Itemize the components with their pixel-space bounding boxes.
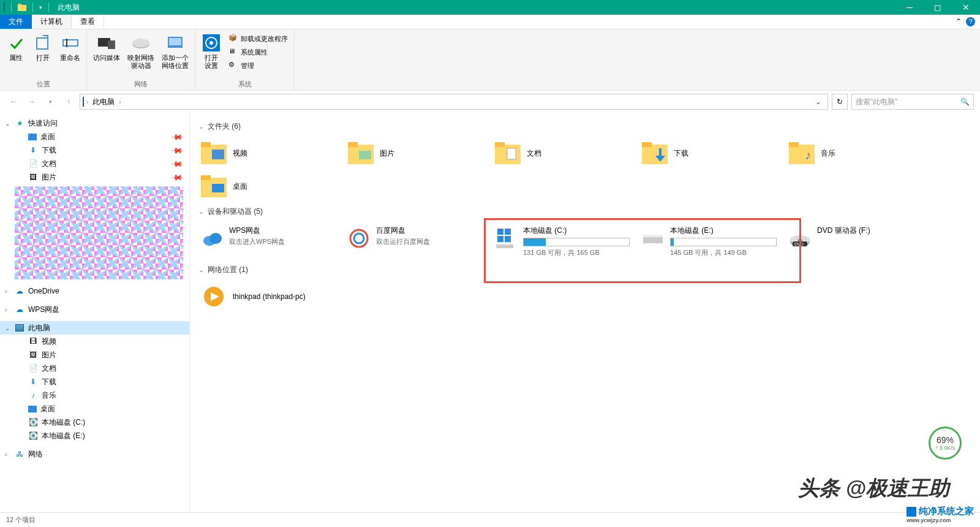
svg-text:DVD: DVD xyxy=(794,242,804,246)
sidebar-item-documents[interactable]: 📄文档📌 xyxy=(0,157,189,170)
sidebar-item-downloads[interactable]: ⬇下载📌 xyxy=(0,143,189,157)
drive-wps[interactable]: WPS网盘双击进入WPS网盘 xyxy=(195,222,342,261)
open-button[interactable]: 打开 xyxy=(31,32,55,80)
map-drive-button[interactable]: 映射网络 驱动器 xyxy=(125,32,157,80)
sidebar-item-music[interactable]: ♪音乐 xyxy=(0,389,189,402)
sidebar-item-videos[interactable]: 🎞视频 xyxy=(0,335,189,348)
tab-view[interactable]: 查看 xyxy=(72,15,104,29)
chevron-down-icon: ⌄ xyxy=(198,208,204,216)
access-media-button[interactable]: 访问媒体 xyxy=(91,32,123,80)
svg-point-32 xyxy=(209,233,222,244)
manage-button[interactable]: ⚙管理 xyxy=(226,59,290,72)
svg-rect-22 xyxy=(507,148,516,159)
svg-rect-39 xyxy=(496,245,513,248)
tab-file[interactable]: 文件 xyxy=(0,15,32,29)
drive-icon xyxy=(642,226,664,251)
sidebar-item-disk-c[interactable]: 💽本地磁盘 (C:) xyxy=(0,415,189,429)
dropdown-icon[interactable]: ▾ xyxy=(39,4,42,10)
chevron-right-icon: › xyxy=(5,288,7,295)
sidebar-item-pictures2[interactable]: 🖼图片 xyxy=(0,348,189,362)
sidebar-item-onedrive[interactable]: ›☁OneDrive xyxy=(0,284,189,298)
pin-icon: 📌 xyxy=(170,143,184,157)
folder-icon xyxy=(18,4,26,11)
windows-drive-icon xyxy=(495,226,517,251)
back-button[interactable]: ← xyxy=(6,94,21,109)
svg-rect-2 xyxy=(37,38,48,49)
drive-e[interactable]: 本地磁盘 (E:)145 GB 可用，共 149 GB xyxy=(636,222,783,261)
forward-button[interactable]: → xyxy=(24,94,39,109)
svg-point-8 xyxy=(132,39,149,47)
chevron-down-icon: ⌄ xyxy=(198,123,204,131)
content-pane: ⌄文件夹 (6) 视频 图片 文档 下载 ♪音乐 桌面 ⌄设备和驱动器 (5) … xyxy=(190,113,980,512)
group-network-locations[interactable]: ⌄网络位置 (1) xyxy=(198,265,971,275)
window-title: 此电脑 xyxy=(58,2,80,13)
minimize-button[interactable]: ─ xyxy=(895,0,924,15)
cloud-icon xyxy=(201,226,223,251)
collapse-ribbon-icon[interactable]: ⌃ xyxy=(956,17,962,26)
ribbon-group-network: 网络 xyxy=(134,80,148,89)
svg-rect-19 xyxy=(359,151,371,159)
folder-videos[interactable]: 视频 xyxy=(195,137,342,170)
folder-documents[interactable]: 文档 xyxy=(489,137,636,170)
search-input[interactable]: 搜索"此电脑" 🔍 xyxy=(851,94,974,110)
svg-rect-29 xyxy=(201,175,211,180)
chevron-right-icon[interactable]: › xyxy=(119,99,121,105)
svg-point-33 xyxy=(350,230,368,247)
chevron-right-icon[interactable]: › xyxy=(86,99,88,105)
svg-point-44 xyxy=(797,239,802,241)
svg-point-13 xyxy=(209,41,213,45)
uninstall-button[interactable]: 📦卸载或更改程序 xyxy=(226,32,290,45)
sidebar-item-pictures[interactable]: 🖼图片📌 xyxy=(0,170,189,184)
drive-dvd[interactable]: DVD DVD 驱动器 (F:) xyxy=(783,222,930,261)
help-icon[interactable]: ? xyxy=(966,17,975,26)
properties-button[interactable]: 属性 xyxy=(4,32,28,80)
drive-baidu[interactable]: 百度网盘双击运行百度网盘 xyxy=(342,222,489,261)
sidebar-item-wps[interactable]: ›☁WPS网盘 xyxy=(0,303,189,316)
recent-dropdown[interactable]: ▾ xyxy=(43,94,58,109)
system-properties-button[interactable]: 🖥系统属性 xyxy=(226,45,290,59)
svg-rect-3 xyxy=(63,40,78,46)
drive-c[interactable]: 本地磁盘 (C:)131 GB 可用，共 165 GB xyxy=(489,222,636,261)
chevron-down-icon: ⌄ xyxy=(5,120,10,127)
sidebar-item-downloads2[interactable]: ⬇下载 xyxy=(0,375,189,389)
add-network-location-button[interactable]: 添加一个 网络位置 xyxy=(159,32,191,80)
folder-downloads[interactable]: 下载 xyxy=(636,137,783,170)
sidebar-item-desktop[interactable]: 桌面📌 xyxy=(0,130,189,143)
svg-rect-16 xyxy=(212,150,224,159)
tab-computer[interactable]: 计算机 xyxy=(32,15,72,29)
ribbon-group-system: 系统 xyxy=(238,80,252,89)
rename-button[interactable]: 重命名 xyxy=(58,32,83,80)
svg-rect-18 xyxy=(348,142,358,147)
sidebar-item-disk-e[interactable]: 💽本地磁盘 (E:) xyxy=(0,429,189,442)
chevron-right-icon: › xyxy=(5,451,7,458)
group-devices[interactable]: ⌄设备和驱动器 (5) xyxy=(198,207,971,217)
svg-rect-38 xyxy=(505,236,511,242)
search-icon: 🔍 xyxy=(960,97,970,106)
folder-music[interactable]: ♪音乐 xyxy=(783,137,930,170)
sidebar-item-quick-access[interactable]: ⌄★快速访问 xyxy=(0,116,189,130)
svg-rect-15 xyxy=(201,142,211,147)
svg-rect-36 xyxy=(505,229,511,235)
speed-badge[interactable]: 69% ↑ 3.9K/s xyxy=(929,427,962,460)
dvd-icon: DVD xyxy=(789,226,811,251)
open-settings-button[interactable]: 打开 设置 xyxy=(199,32,224,80)
up-button[interactable]: ↑ xyxy=(61,94,76,109)
breadcrumb[interactable]: 此电脑 xyxy=(91,97,116,107)
svg-rect-24 xyxy=(642,142,652,147)
svg-text:♪: ♪ xyxy=(805,148,811,162)
folder-desktop[interactable]: 桌面 xyxy=(195,170,342,203)
address-dropdown-icon[interactable]: ⌄ xyxy=(812,97,825,106)
sidebar-item-network[interactable]: ›🖧网络 xyxy=(0,447,189,461)
close-button[interactable]: ✕ xyxy=(952,0,980,15)
refresh-button[interactable]: ↻ xyxy=(832,94,848,110)
address-box[interactable]: › 此电脑 › ⌄ xyxy=(80,94,828,110)
group-folders[interactable]: ⌄文件夹 (6) xyxy=(198,121,971,132)
svg-rect-23 xyxy=(642,145,668,164)
sidebar-item-this-pc[interactable]: ⌄此电脑 xyxy=(0,321,189,335)
sidebar-item-documents2[interactable]: 📄文档 xyxy=(0,362,189,375)
maximize-button[interactable]: ◻ xyxy=(924,0,952,15)
folder-pictures[interactable]: 图片 xyxy=(342,137,489,170)
svg-rect-6 xyxy=(108,40,115,49)
sidebar-item-desktop2[interactable]: 桌面 xyxy=(0,402,189,415)
netloc-thinkpad[interactable]: thinkpad (thinkpad-pc) xyxy=(195,280,342,313)
